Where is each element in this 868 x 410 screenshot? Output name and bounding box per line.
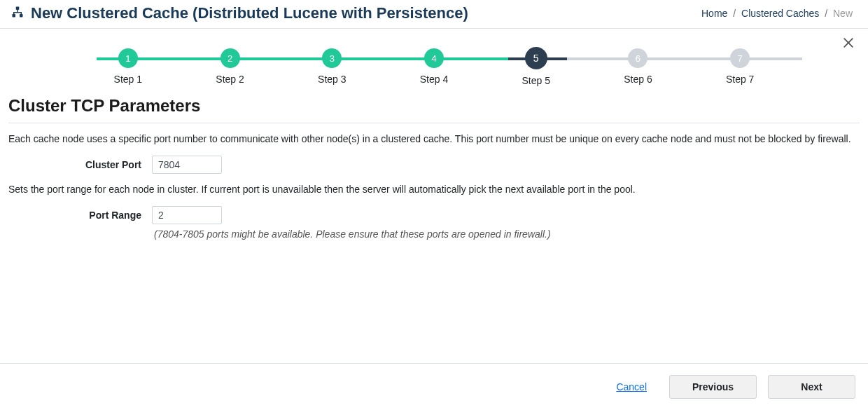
svg-rect-6 [21,12,22,15]
wizard-footer: Cancel Previous Next [0,363,868,410]
cluster-port-row: Cluster Port [0,156,868,184]
section-title: Cluster TCP Parameters [0,86,868,123]
port-range-label: Port Range [8,210,152,221]
step-3[interactable]: 3 Step 3 [281,48,383,85]
breadcrumb-separator: / [730,8,738,19]
step-6[interactable]: 6 Step 6 [587,48,690,85]
port-range-description: Sets the port range for each node in clu… [0,184,868,206]
breadcrumb-current: New [833,8,853,19]
breadcrumb: Home / Clustered Caches / New [701,8,853,19]
step-circle: 3 [322,48,342,68]
header-left: New Clustered Cache (Distributed Lucene … [11,4,468,22]
step-label: Step 4 [420,74,448,85]
sitemap-icon [11,6,24,21]
step-label: Step 7 [726,74,754,85]
svg-rect-4 [13,12,22,13]
cluster-port-input[interactable] [152,156,222,174]
content: 1 Step 1 2 Step 2 3 Step 3 4 Step 4 5 St… [0,29,868,240]
step-1[interactable]: 1 Step 1 [77,48,179,85]
svg-rect-5 [13,12,15,15]
port-range-hint: (7804-7805 ports might be available. Ple… [0,228,868,240]
step-circle: 7 [730,48,750,68]
cancel-link[interactable]: Cancel [616,381,647,392]
step-label: Step 1 [114,74,142,85]
step-circle: 4 [424,48,444,68]
divider [8,123,860,123]
step-2[interactable]: 2 Step 2 [179,48,281,85]
previous-button[interactable]: Previous [669,375,757,399]
step-5[interactable]: 5 Step 5 [485,48,587,86]
step-label: Step 6 [624,74,652,85]
breadcrumb-home[interactable]: Home [701,8,727,19]
breadcrumb-separator: / [822,8,830,19]
port-range-row: Port Range [0,206,868,228]
next-button[interactable]: Next [768,375,855,399]
cluster-port-description: Each cache node uses a specific port num… [0,133,868,156]
cluster-port-label: Cluster Port [8,159,152,170]
step-7[interactable]: 7 Step 7 [689,48,791,85]
step-label: Step 2 [216,74,244,85]
stepper: 1 Step 1 2 Step 2 3 Step 3 4 Step 4 5 St… [0,29,868,86]
step-circle: 6 [628,48,648,68]
page-header: New Clustered Cache (Distributed Lucene … [0,0,868,29]
step-label: Step 5 [522,75,550,86]
step-label: Step 3 [318,74,346,85]
step-4[interactable]: 4 Step 4 [383,48,485,85]
page-title: New Clustered Cache (Distributed Lucene … [31,4,468,22]
port-range-input[interactable] [152,206,222,224]
step-circle: 2 [220,48,240,68]
breadcrumb-parent[interactable]: Clustered Caches [741,8,819,19]
svg-rect-0 [16,7,20,11]
step-circle: 1 [118,48,138,68]
step-circle: 5 [525,47,547,69]
